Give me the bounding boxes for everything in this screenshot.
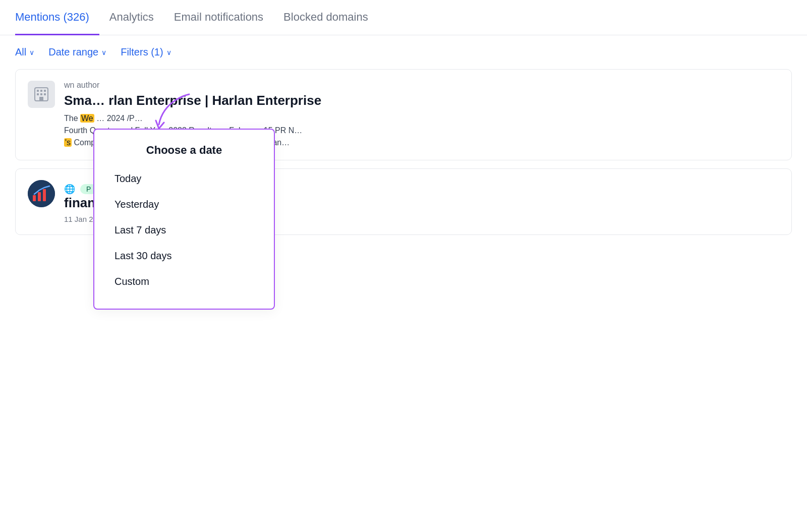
- all-filter-button[interactable]: All ∨: [15, 46, 34, 58]
- filters-button[interactable]: Filters (1) ∨: [121, 46, 171, 58]
- svg-rect-11: [43, 189, 46, 201]
- svg-point-8: [28, 180, 55, 207]
- svg-rect-5: [40, 93, 42, 95]
- tab-mentions[interactable]: Mentions (326): [15, 0, 99, 35]
- date-range-button[interactable]: Date range ∨: [48, 46, 106, 58]
- dropdown-item-yesterday[interactable]: Yesterday: [94, 192, 274, 217]
- svg-rect-1: [37, 90, 39, 92]
- svg-rect-6: [44, 93, 46, 95]
- filters-chevron-icon: ∨: [166, 48, 171, 56]
- svg-rect-10: [38, 192, 41, 201]
- card-1-meta: wn author: [64, 81, 779, 90]
- date-range-dropdown: Choose a date Today Yesterday Last 7 day…: [93, 129, 275, 310]
- svg-rect-9: [33, 195, 36, 201]
- all-filter-label: All: [15, 46, 26, 58]
- date-range-label: Date range: [48, 46, 98, 58]
- dropdown-item-last7[interactable]: Last 7 days: [94, 217, 274, 243]
- tab-blocked-domains[interactable]: Blocked domains: [273, 0, 378, 35]
- dropdown-box: Choose a date Today Yesterday Last 7 day…: [93, 129, 275, 310]
- tab-analytics[interactable]: Analytics: [99, 0, 164, 35]
- svg-rect-7: [39, 97, 43, 101]
- svg-rect-3: [44, 90, 46, 92]
- filter-row: All ∨ Date range ∨ Filters (1) ∨: [0, 35, 807, 69]
- card-1-highlight-1: We: [80, 114, 94, 123]
- card-1-text-before: The: [64, 114, 80, 123]
- arrow-annotation: [149, 89, 209, 152]
- card-1-highlight-2: 's: [64, 138, 72, 147]
- dropdown-item-last30[interactable]: Last 30 days: [94, 243, 274, 269]
- svg-rect-4: [37, 93, 39, 95]
- filters-label: Filters (1): [121, 46, 163, 58]
- dropdown-item-custom[interactable]: Custom: [94, 269, 274, 294]
- date-range-chevron-icon: ∨: [101, 48, 106, 56]
- card-1-meta-text: wn author: [64, 81, 99, 89]
- card-1-text-date: … 2024 /P…: [94, 114, 143, 123]
- avatar-building-icon: [28, 81, 55, 108]
- tab-email-notifications[interactable]: Email notifications: [164, 0, 273, 35]
- svg-rect-2: [40, 90, 42, 92]
- dropdown-item-today[interactable]: Today: [94, 166, 274, 192]
- globe-icon: 🌐: [64, 184, 75, 195]
- content-area: Choose a date Today Yesterday Last 7 day…: [0, 69, 807, 235]
- tab-bar: Mentions (326) Analytics Email notificat…: [0, 0, 807, 35]
- all-chevron-icon: ∨: [29, 48, 34, 56]
- avatar-finanzen: [28, 180, 55, 207]
